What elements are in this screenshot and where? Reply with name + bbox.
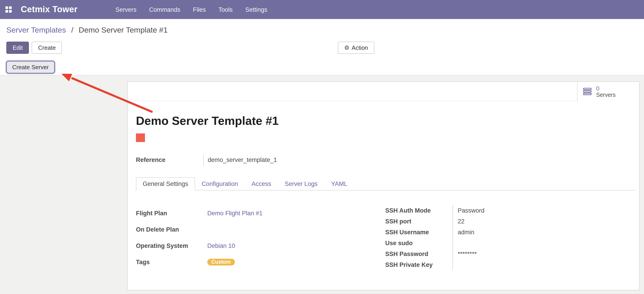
- breadcrumb-server-templates[interactable]: Server Templates: [6, 26, 66, 34]
- field-value-ssh-private-key: [452, 259, 638, 270]
- field-value-flight-plan: Demo Flight Plan #1: [207, 205, 385, 221]
- breadcrumb-current: Demo Server Template #1: [78, 26, 168, 34]
- notebook-tabs: General Settings Configuration Access Se…: [136, 177, 636, 190]
- breadcrumb-separator: /: [71, 26, 73, 34]
- menu-item-commands[interactable]: Commands: [143, 0, 186, 19]
- field-row-ssh-password: SSH Password ********: [385, 248, 638, 259]
- reference-label: Reference: [136, 155, 203, 166]
- field-row-ssh-auth-mode: SSH Auth Mode Password: [385, 205, 638, 216]
- field-row-ssh-port: SSH port 22: [385, 216, 638, 227]
- field-row-tags: Tags Custom: [136, 254, 385, 270]
- top-menu: Servers Commands Files Tools Settings: [109, 0, 274, 19]
- page: Cetmix Tower Servers Commands Files Tool…: [0, 0, 644, 294]
- menu-item-settings[interactable]: Settings: [239, 0, 274, 19]
- field-row-ssh-private-key: SSH Private Key: [385, 259, 638, 270]
- field-value-on-delete-plan: [207, 221, 385, 237]
- field-label-flight-plan: Flight Plan: [136, 205, 207, 221]
- action-menu-wrap: ⚙ Action: [338, 42, 374, 54]
- reference-field: Reference demo_server_template_1: [136, 155, 639, 166]
- left-field-group: Flight Plan Demo Flight Plan #1 On Delet…: [136, 205, 385, 270]
- field-label-ssh-private-key: SSH Private Key: [385, 259, 452, 270]
- field-row-on-delete-plan: On Delete Plan: [136, 221, 385, 237]
- servers-stat-button[interactable]: 0 Servers: [577, 82, 639, 101]
- reference-value: demo_server_template_1: [203, 155, 277, 166]
- create-server-button[interactable]: Create Server: [6, 61, 55, 74]
- field-groups: Flight Plan Demo Flight Plan #1 On Delet…: [136, 205, 639, 270]
- tab-access[interactable]: Access: [245, 177, 278, 190]
- field-label-ssh-username: SSH Username: [385, 227, 452, 237]
- gear-icon: ⚙: [344, 45, 349, 51]
- field-value-operating-system: Debian 10: [207, 237, 385, 254]
- servers-count: 0: [596, 85, 616, 92]
- field-value-ssh-password: ********: [452, 248, 638, 259]
- field-value-tags: Custom: [207, 254, 385, 270]
- tab-yaml[interactable]: YAML: [324, 177, 354, 190]
- menu-item-files[interactable]: Files: [186, 0, 212, 19]
- servers-label: Servers: [596, 92, 616, 98]
- field-label-ssh-port: SSH port: [385, 216, 452, 227]
- brand-title: Cetmix Tower: [21, 5, 78, 15]
- edit-button[interactable]: Edit: [6, 42, 29, 54]
- apps-grid-icon[interactable]: [6, 6, 12, 13]
- servers-stat-text: 0 Servers: [596, 85, 616, 98]
- field-value-use-sudo: [452, 237, 638, 248]
- field-value-ssh-username: admin: [452, 227, 638, 237]
- field-row-operating-system: Operating System Debian 10: [136, 237, 385, 254]
- field-value-ssh-auth-mode: Password: [452, 205, 638, 216]
- tag-badge-custom: Custom: [207, 259, 235, 265]
- menu-item-tools[interactable]: Tools: [212, 0, 239, 19]
- field-row-use-sudo: Use sudo: [385, 237, 638, 248]
- form-sheet: 0 Servers Demo Server Template #1 Refere…: [127, 81, 640, 290]
- create-server-wrap: Create Server: [6, 61, 55, 74]
- field-label-ssh-password: SSH Password: [385, 248, 452, 259]
- form-buttons: Edit Create: [6, 42, 62, 54]
- field-label-ssh-auth-mode: SSH Auth Mode: [385, 205, 452, 216]
- menu-item-servers[interactable]: Servers: [109, 0, 143, 19]
- field-row-ssh-username: SSH Username admin: [385, 227, 638, 237]
- field-value-ssh-port: 22: [452, 216, 638, 227]
- breadcrumb: Server Templates / Demo Server Template …: [6, 26, 168, 35]
- servers-icon: [583, 88, 592, 95]
- field-label-operating-system: Operating System: [136, 237, 207, 254]
- button-box: 0 Servers: [128, 82, 639, 101]
- flight-plan-link[interactable]: Demo Flight Plan #1: [207, 210, 262, 216]
- field-row-flight-plan: Flight Plan Demo Flight Plan #1: [136, 205, 385, 221]
- field-label-tags: Tags: [136, 254, 207, 270]
- action-button[interactable]: ⚙ Action: [338, 42, 374, 54]
- tab-server-logs[interactable]: Server Logs: [278, 177, 324, 190]
- top-navbar: Cetmix Tower Servers Commands Files Tool…: [0, 0, 644, 19]
- tab-configuration[interactable]: Configuration: [195, 177, 245, 190]
- color-tag-square: [136, 133, 145, 142]
- field-label-use-sudo: Use sudo: [385, 237, 452, 248]
- record-title: Demo Server Template #1: [136, 114, 639, 128]
- action-button-label: Action: [352, 44, 368, 52]
- operating-system-link[interactable]: Debian 10: [207, 242, 235, 249]
- tab-general-settings[interactable]: General Settings: [136, 177, 195, 190]
- create-button[interactable]: Create: [32, 42, 62, 54]
- right-field-group: SSH Auth Mode Password SSH port 22 SSH U…: [385, 205, 638, 270]
- field-label-on-delete-plan: On Delete Plan: [136, 221, 207, 237]
